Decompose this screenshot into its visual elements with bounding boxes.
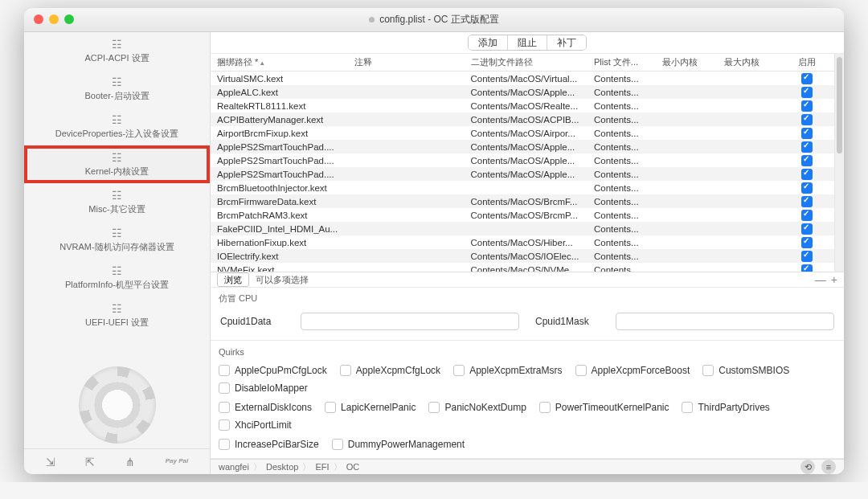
sidebar-item-0[interactable]: ☷ACPI-ACPI 设置 [24,32,210,70]
quirk-DisableIoMapper[interactable]: DisableIoMapper [219,382,308,394]
checkbox-icon[interactable] [340,365,351,376]
table-row[interactable]: ApplePS2SmartTouchPad....Contents/MacOS/… [211,140,834,153]
quirk-ThirdPartyDrives[interactable]: ThirdPartyDrives [682,402,769,413]
table-row[interactable]: AirportBrcmFixup.kextContents/MacOS/Airp… [211,126,834,140]
quirks-row-1: AppleCpuPmCfgLockAppleXcpmCfgLockAppleXc… [219,365,836,394]
checkbox-icon[interactable] [539,402,551,413]
checkbox-enabled[interactable] [801,114,813,125]
checkbox-icon[interactable] [332,439,343,450]
quirk-LapicKernelPanic[interactable]: LapicKernelPanic [325,402,416,413]
checkbox-icon[interactable] [702,365,714,376]
sidebar-item-2[interactable]: ☷DeviceProperties-注入设备设置 [24,108,210,145]
checkbox-enabled[interactable] [801,210,813,221]
checkbox-enabled[interactable] [801,182,813,194]
quirk-XhciPortLimit[interactable]: XhciPortLimit [219,419,292,431]
breadcrumb-item[interactable]: EFI [316,462,330,472]
segment-2[interactable]: 补丁 [547,35,586,50]
paypal-icon[interactable]: Pay Pal [166,459,188,464]
checkbox-icon[interactable] [219,402,230,413]
scrollbar-thumb[interactable] [837,57,842,153]
checkbox-icon[interactable] [453,365,465,376]
checkbox-enabled[interactable] [801,128,813,139]
table-row[interactable]: RealtekRTL8111.kextContents/MacOS/Realte… [211,99,834,112]
quirk-CustomSMBIOS[interactable]: CustomSMBIOS [702,365,789,376]
checkbox-enabled[interactable] [801,73,813,84]
import-icon[interactable]: ⇲ [46,456,55,468]
column-header[interactable]: Plist 文件... [588,54,656,72]
checkbox-icon[interactable] [428,402,440,413]
table-row[interactable]: BrcmPatchRAM3.kextContents/MacOS/BrcmP..… [211,208,834,222]
table-row[interactable]: BrcmFirmwareData.kextContents/MacOS/Brcm… [211,194,834,208]
checkbox-icon[interactable] [219,419,230,431]
checkbox-enabled[interactable] [801,196,813,207]
checkbox-enabled[interactable] [801,155,813,166]
breadcrumb-item[interactable]: OC [346,462,360,472]
quirk-AppleXcpmForceBoost[interactable]: AppleXcpmForceBoost [575,365,690,376]
minimize-button[interactable] [49,14,59,24]
sidebar-item-7[interactable]: ☷UEFI-UEFI 设置 [24,297,210,334]
table-row[interactable]: ACPIBatteryManager.kextContents/MacOS/AC… [211,112,834,126]
remove-button[interactable]: — [815,273,826,286]
cell: Contents... [588,153,656,167]
quirk-DummyPowerManagement[interactable]: DummyPowerManagement [332,439,465,450]
table-row[interactable]: HibernationFixup.kextContents/MacOS/Hibe… [211,235,834,249]
table-row[interactable]: NVMeFix.kextContents/MacOS/NVMe...Conten… [211,263,834,272]
checkbox-enabled[interactable] [801,251,813,262]
quirk-ExternalDiskIcons[interactable]: ExternalDiskIcons [219,402,312,413]
kext-table-scroll[interactable]: 捆绑路径 *注释二进制文件路径Plist 文件...最小内核最大内核启用 Vir… [211,54,834,272]
quirk-AppleXcpmExtraMsrs[interactable]: AppleXcpmExtraMsrs [453,365,562,376]
quirk-PanicNoKextDump[interactable]: PanicNoKextDump [428,402,526,413]
checkbox-enabled[interactable] [801,264,813,272]
column-header[interactable]: 启用 [780,54,834,72]
sidebar-item-1[interactable]: ☷Booter-启动设置 [24,70,210,108]
cpuid1data-input[interactable] [301,313,519,330]
sidebar-item-5[interactable]: ☷NVRAM-随机访问存储器设置 [24,221,210,259]
sidebar-item-4[interactable]: ☷Misc-其它设置 [24,183,210,221]
scrollbar[interactable] [834,54,844,272]
checkbox-icon[interactable] [682,402,693,413]
quirk-PowerTimeoutKernelPanic[interactable]: PowerTimeoutKernelPanic [539,402,669,413]
checkbox-enabled[interactable] [801,100,813,112]
zoom-button[interactable] [64,14,74,24]
cpuid1mask-input[interactable] [616,313,834,330]
checkbox-enabled[interactable] [801,141,813,153]
column-header[interactable]: 二进制文件路径 [465,54,588,72]
table-row[interactable]: AppleALC.kextContents/MacOS/Apple...Cont… [211,85,834,99]
add-button[interactable]: + [831,273,837,286]
quirk-AppleXcpmCfgLock[interactable]: AppleXcpmCfgLock [340,365,440,376]
checkbox-enabled[interactable] [801,223,813,235]
table-row[interactable]: BrcmBluetoothInjector.kextContents... [211,181,834,194]
breadcrumb-item[interactable]: wangfei [219,462,249,472]
checkbox-icon[interactable] [219,365,230,376]
table-row[interactable]: FakePCIID_Intel_HDMI_Au...Contents... [211,222,834,235]
table-row[interactable]: ApplePS2SmartTouchPad....Contents/MacOS/… [211,167,834,181]
sidebar-item-3[interactable]: ☷Kernel-内核设置 [24,145,210,183]
sync-icon[interactable]: ⟲ [800,460,815,474]
export-icon[interactable]: ⇱ [85,456,95,468]
column-header[interactable]: 注释 [348,54,465,72]
close-button[interactable] [34,14,43,24]
table-row[interactable]: VirtualSMC.kextContents/MacOS/Virtual...… [211,72,834,86]
table-row[interactable]: IOElectrify.kextContents/MacOS/IOElec...… [211,249,834,263]
breadcrumb-item[interactable]: Desktop [266,462,298,472]
checkbox-icon[interactable] [575,365,587,376]
segment-1[interactable]: 阻止 [507,35,547,50]
checkbox-enabled[interactable] [801,237,813,248]
segment-0[interactable]: 添加 [469,35,507,50]
cell: ACPIBatteryManager.kext [211,112,348,126]
quirk-IncreasePciBarSize[interactable]: IncreasePciBarSize [219,439,319,450]
quirk-AppleCpuPmCfgLock[interactable]: AppleCpuPmCfgLock [219,365,327,376]
list-icon[interactable]: ≡ [821,460,836,474]
share-icon[interactable]: ⋔ [125,456,135,468]
checkbox-enabled[interactable] [801,87,813,98]
sidebar-item-6[interactable]: ☷PlatformInfo-机型平台设置 [24,259,210,297]
checkbox-icon[interactable] [219,382,230,394]
column-header[interactable]: 最小内核 [656,54,718,72]
column-header[interactable]: 最大内核 [718,54,780,72]
checkbox-icon[interactable] [219,439,230,450]
checkbox-enabled[interactable] [801,169,813,180]
table-row[interactable]: ApplePS2SmartTouchPad....Contents/MacOS/… [211,153,834,167]
browse-button[interactable]: 浏览 [217,272,249,287]
column-header[interactable]: 捆绑路径 * [211,54,348,72]
checkbox-icon[interactable] [325,402,336,413]
